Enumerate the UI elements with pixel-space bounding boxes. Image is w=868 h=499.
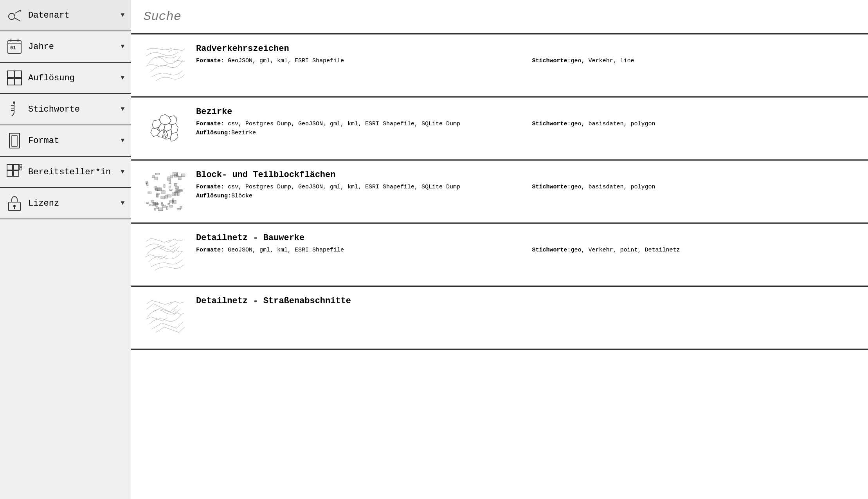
sidebar-item-stichworte[interactable]: Stichworte▼ (0, 94, 131, 125)
result-thumbnail-bezirke (144, 107, 187, 150)
main-content: RadverkehrszeichenFormate: GeoJSON, gml,… (131, 0, 868, 499)
result-aufloesung-block-teilblock: Auflösung:Blöcke (196, 193, 855, 199)
svg-rect-53 (169, 189, 172, 190)
result-meta-block-teilblock: Formate: csv, Postgres Dump, GeoJSON, gm… (196, 184, 855, 190)
stichworte-icon (6, 101, 23, 118)
svg-rect-27 (168, 204, 170, 205)
sidebar-item-jahre[interactable]: 01 Jahre▼ (0, 31, 131, 63)
svg-rect-72 (169, 181, 171, 184)
sidebar-chevron-format: ▼ (121, 137, 124, 144)
sidebar-chevron-lizenz: ▼ (121, 200, 124, 207)
svg-rect-78 (176, 173, 178, 175)
result-content-radverkehrszeichen: RadverkehrszeichenFormate: GeoJSON, gml,… (196, 44, 855, 64)
stichworte-label: Stichworte (532, 247, 567, 253)
result-meta-detailnetz-bauwerke: Formate: GeoJSON, gml, kml, ESRI Shapefi… (196, 247, 855, 253)
result-item-detailnetz-strassenabschnitte[interactable]: Detailnetz - Straßenabschnitte (131, 287, 868, 350)
result-content-block-teilblock: Block- und TeilblockflächenFormate: csv,… (196, 170, 855, 199)
formate-label: Formate (196, 58, 221, 64)
svg-rect-75 (148, 192, 151, 194)
aufloesung-label: Auflösung (196, 130, 228, 136)
svg-rect-7 (7, 71, 14, 78)
sidebar-item-datenart[interactable]: Datenart▼ (0, 0, 131, 31)
svg-rect-44 (157, 207, 158, 208)
sidebar-item-lizenz[interactable]: Lizenz▼ (0, 188, 131, 219)
result-title-radverkehrszeichen[interactable]: Radverkehrszeichen (196, 44, 855, 54)
sidebar-label-bereitsteller: Bereitsteller*in (28, 167, 115, 177)
svg-rect-77 (161, 202, 162, 203)
svg-point-11 (13, 101, 15, 104)
svg-rect-22 (20, 168, 22, 170)
svg-rect-40 (164, 184, 165, 187)
stichworte-label: Stichworte (532, 184, 567, 190)
sidebar-item-aufloesung[interactable]: Auflösung▼ (0, 63, 131, 94)
result-item-detailnetz-bauwerke[interactable]: Detailnetz - BauwerkeFormate: GeoJSON, g… (131, 224, 868, 287)
svg-rect-71 (156, 188, 160, 190)
result-stichworte-radverkehrszeichen: Stichworte:geo, Verkehr, line (532, 58, 856, 64)
svg-rect-56 (157, 195, 158, 197)
aufloesung-icon (6, 70, 23, 86)
svg-rect-18 (13, 165, 19, 170)
jahre-icon: 01 (6, 38, 23, 55)
svg-rect-9 (7, 78, 14, 85)
sidebar-label-datenart: Datenart (28, 11, 115, 20)
svg-rect-37 (158, 208, 163, 211)
svg-rect-33 (166, 207, 168, 210)
result-aufloesung-bezirke: Auflösung:Bezirke (196, 130, 855, 136)
svg-rect-81 (149, 205, 151, 206)
svg-rect-82 (156, 193, 160, 195)
svg-text:01: 01 (10, 45, 16, 51)
result-thumbnail-radverkehrszeichen (144, 44, 187, 87)
search-bar[interactable] (131, 0, 868, 34)
search-input[interactable] (144, 9, 855, 24)
result-meta-bezirke: Formate: csv, Postgres Dump, GeoJSON, gm… (196, 121, 855, 127)
sidebar-chevron-bereitsteller: ▼ (121, 168, 124, 175)
result-item-radverkehrszeichen[interactable]: RadverkehrszeichenFormate: GeoJSON, gml,… (131, 34, 868, 98)
result-thumbnail-detailnetz-bauwerke (144, 233, 187, 276)
svg-rect-17 (7, 165, 13, 170)
sidebar-item-bereitsteller[interactable]: Bereitsteller*in▼ (0, 157, 131, 188)
svg-rect-76 (155, 177, 158, 180)
result-thumbnail-block-teilblock (144, 170, 187, 213)
svg-rect-73 (153, 202, 157, 205)
sidebar-chevron-aufloesung: ▼ (121, 74, 124, 81)
result-formate-block-teilblock: Formate: csv, Postgres Dump, GeoJSON, gm… (196, 184, 520, 190)
svg-rect-16 (12, 136, 17, 146)
svg-rect-64 (171, 175, 173, 178)
svg-point-24 (13, 205, 16, 207)
svg-rect-31 (174, 183, 177, 186)
result-formate-radverkehrszeichen: Formate: GeoJSON, gml, kml, ESRI Shapefi… (196, 58, 520, 64)
svg-rect-19 (7, 171, 13, 176)
sidebar-label-stichworte: Stichworte (28, 105, 115, 114)
result-title-bezirke[interactable]: Bezirke (196, 107, 855, 117)
result-stichworte-detailnetz-bauwerke: Stichworte:geo, Verkehr, point, Detailne… (532, 247, 856, 253)
result-meta-radverkehrszeichen: Formate: GeoJSON, gml, kml, ESRI Shapefi… (196, 58, 855, 64)
result-item-bezirke[interactable]: BezirkeFormate: csv, Postgres Dump, GeoJ… (131, 98, 868, 161)
result-content-detailnetz-bauwerke: Detailnetz - BauwerkeFormate: GeoJSON, g… (196, 233, 855, 253)
svg-rect-10 (15, 78, 22, 85)
svg-rect-84 (176, 190, 180, 193)
bereitsteller-icon (6, 164, 23, 180)
svg-rect-47 (167, 194, 171, 197)
svg-rect-63 (177, 209, 180, 210)
svg-rect-59 (172, 201, 176, 204)
result-title-detailnetz-strassenabschnitte[interactable]: Detailnetz - Straßenabschnitte (196, 296, 855, 306)
result-item-block-teilblock[interactable]: Block- und TeilblockflächenFormate: csv,… (131, 161, 868, 224)
svg-rect-41 (182, 174, 185, 176)
svg-rect-52 (169, 186, 171, 188)
svg-rect-26 (146, 202, 149, 203)
result-title-block-teilblock[interactable]: Block- und Teilblockflächen (196, 170, 855, 180)
svg-rect-61 (167, 179, 171, 181)
result-formate-bezirke: Formate: csv, Postgres Dump, GeoJSON, gm… (196, 121, 520, 127)
svg-rect-38 (151, 200, 154, 202)
formate-label: Formate (196, 184, 221, 190)
result-stichworte-block-teilblock: Stichworte:geo, basisdaten, polygon (532, 184, 856, 190)
sidebar-chevron-stichworte: ▼ (121, 106, 124, 113)
sidebar-item-format[interactable]: Format▼ (0, 125, 131, 157)
sidebar-label-aufloesung: Auflösung (28, 73, 115, 83)
sidebar: Datenart▼ 01 Jahre▼ Auflösung▼ Stichwort… (0, 0, 131, 499)
formate-label: Formate (196, 121, 221, 127)
formate-label: Formate (196, 247, 221, 253)
svg-rect-60 (180, 207, 182, 208)
svg-rect-21 (20, 165, 22, 167)
result-title-detailnetz-bauwerke[interactable]: Detailnetz - Bauwerke (196, 233, 855, 243)
